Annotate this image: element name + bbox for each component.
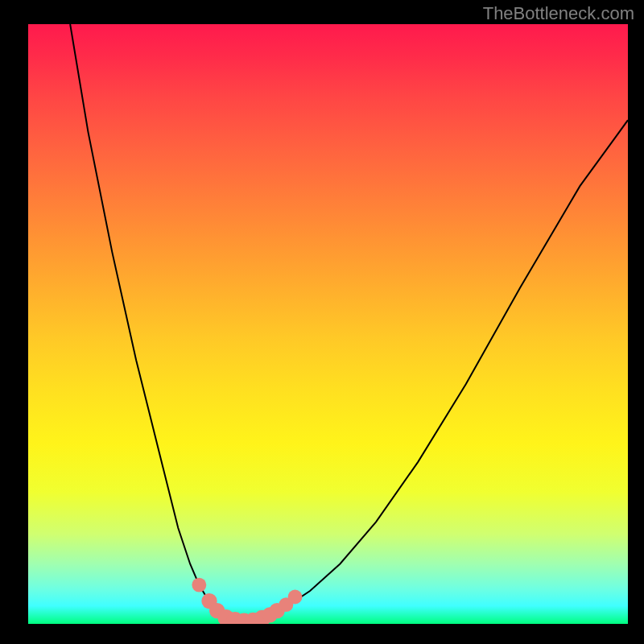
curve-left-curve <box>70 24 233 621</box>
watermark-text: TheBottleneck.com <box>483 3 634 24</box>
chart-svg <box>28 24 628 624</box>
chart-plot-area <box>28 24 628 624</box>
marker-point <box>288 590 303 605</box>
curve-right-curve <box>259 120 628 620</box>
marker-point <box>192 578 206 592</box>
chart-curves-group <box>70 24 628 621</box>
chart-markers-group <box>192 578 302 624</box>
